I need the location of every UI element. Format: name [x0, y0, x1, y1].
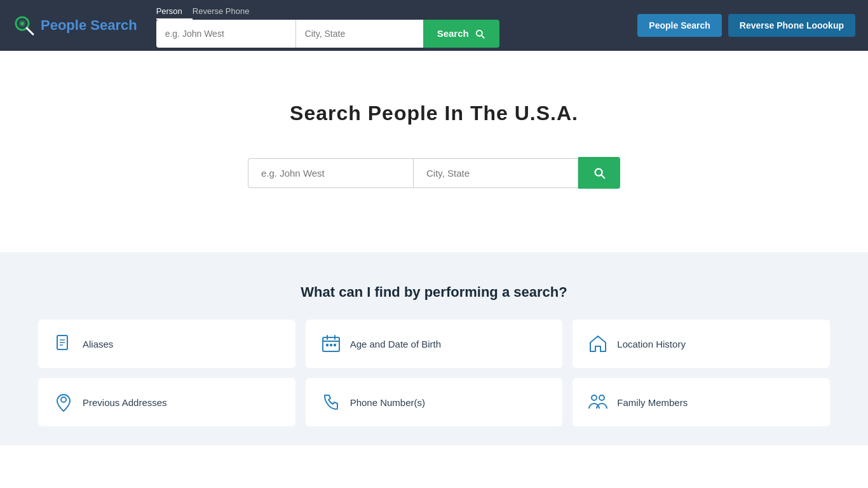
hero-city-input[interactable] [413, 158, 578, 188]
phone-icon [321, 392, 341, 412]
features-title: What can I find by performing a search? [38, 284, 830, 301]
feature-label-addresses: Previous Addresses [83, 397, 167, 408]
feature-card-family: Family Members [573, 378, 830, 426]
svg-rect-14 [334, 344, 336, 346]
features-section: What can I find by performing a search? … [0, 252, 868, 445]
feature-label-age: Age and Date of Birth [350, 339, 441, 349]
feature-label-location: Location History [617, 339, 686, 349]
header-search-button[interactable]: Search [423, 20, 499, 48]
tab-person[interactable]: Person [156, 4, 193, 20]
svg-point-3 [20, 22, 24, 25]
features-grid: Aliases Age and Date of Birth Location H… [38, 320, 830, 426]
logo[interactable]: People Search [13, 14, 137, 37]
feature-label-family: Family Members [617, 397, 688, 408]
hero-search-icon [592, 166, 606, 180]
header-inputs: Search [156, 20, 512, 48]
feature-label-phone: Phone Number(s) [350, 397, 425, 408]
logo-icon [13, 14, 36, 37]
header-search-label: Search [437, 28, 469, 39]
header-nav-buttons: People Search Reverse Phone Loookup [637, 14, 855, 37]
header: People Search Person Reverse Phone Searc… [0, 0, 868, 51]
svg-point-16 [592, 395, 597, 400]
svg-rect-13 [330, 344, 332, 346]
svg-line-2 [27, 28, 33, 34]
header-tabs: Person Reverse Phone [156, 4, 512, 20]
tab-reverse-phone[interactable]: Reverse Phone [193, 4, 260, 20]
feature-label-aliases: Aliases [83, 339, 113, 349]
calendar-icon [321, 334, 341, 354]
document-icon [53, 334, 74, 354]
family-icon [588, 392, 608, 412]
home-icon [588, 334, 608, 354]
logo-text: People Search [41, 17, 137, 34]
header-name-input[interactable] [156, 20, 296, 48]
hero-search-bar [248, 157, 620, 189]
hero-title: Search People In The U.S.A. [290, 102, 578, 125]
address-icon [53, 392, 74, 412]
hero-section: Search People In The U.S.A. [0, 51, 868, 252]
feature-card-phone: Phone Number(s) [306, 378, 563, 426]
people-search-nav-button[interactable]: People Search [637, 14, 722, 37]
svg-point-17 [599, 395, 604, 400]
header-search-icon [474, 28, 485, 39]
hero-search-button[interactable] [578, 157, 620, 189]
feature-card-addresses: Previous Addresses [38, 378, 295, 426]
header-city-input[interactable] [296, 20, 423, 48]
header-search-wrapper: Person Reverse Phone Search [156, 4, 512, 48]
svg-point-15 [61, 397, 66, 402]
hero-name-input[interactable] [248, 158, 413, 188]
feature-card-aliases: Aliases [38, 320, 295, 368]
feature-card-location: Location History [573, 320, 830, 368]
svg-rect-12 [326, 344, 329, 346]
reverse-phone-nav-button[interactable]: Reverse Phone Loookup [728, 14, 855, 37]
feature-card-age: Age and Date of Birth [306, 320, 563, 368]
